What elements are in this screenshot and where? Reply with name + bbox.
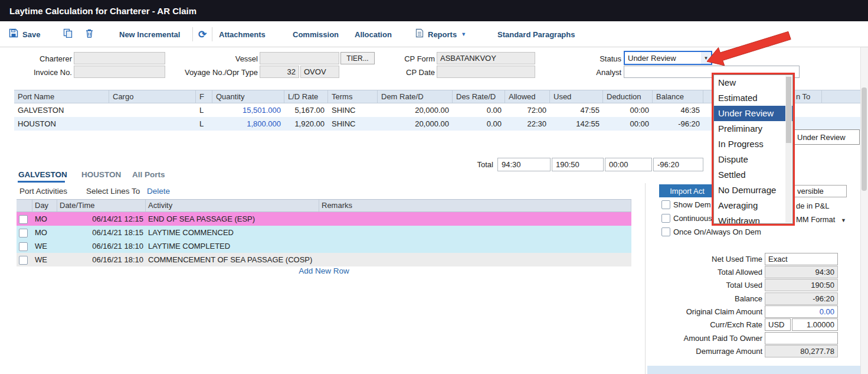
refresh-button[interactable]: ⟳ xyxy=(198,26,207,43)
col-header-quantity[interactable]: Quantity xyxy=(212,90,284,103)
activity-row[interactable]: MO 06/14/21 12:15 END OF SEA PASSAGE (ES… xyxy=(17,212,631,226)
status-label: Status xyxy=(581,54,621,63)
copy-button[interactable] xyxy=(63,26,73,43)
delete-lines-button[interactable]: Delete xyxy=(147,187,170,196)
col-header-day[interactable]: Day xyxy=(32,200,57,212)
activity-row[interactable]: WE 06/16/21 18:10 COMMENCEMENT OF SEA PA… xyxy=(17,253,631,266)
col-header-cargo[interactable]: Cargo xyxy=(109,90,196,103)
activity-row[interactable]: WE 06/16/21 18:10 LAYTIME COMPLETED xyxy=(17,239,631,253)
vessel-input[interactable] xyxy=(260,52,339,64)
annotation-arrow-icon xyxy=(707,31,794,67)
hhmm-format-label-partial[interactable]: MM Format ▼ xyxy=(796,215,846,224)
status-combobox[interactable]: Under Review ▼ xyxy=(624,51,712,65)
col-header-activity[interactable]: Activity xyxy=(146,200,319,212)
charterer-input[interactable] xyxy=(74,52,165,64)
col-header-deduction[interactable]: Deduction xyxy=(603,90,653,103)
once-on-label: Once On/Always On Dem xyxy=(673,227,761,236)
cell-quantity-link[interactable]: 15,501.000 xyxy=(212,106,284,115)
status-caret-icon[interactable]: ▼ xyxy=(701,52,711,64)
dropdown-option-withdrawn[interactable]: Withdrawn xyxy=(714,213,792,224)
standard-paragraphs-button[interactable]: Standard Paragraphs xyxy=(497,26,575,43)
row-checkbox[interactable] xyxy=(19,256,28,265)
cell-used: 47:55 xyxy=(550,106,603,115)
continuous-checkbox[interactable] xyxy=(661,214,670,223)
save-button[interactable]: Save xyxy=(9,26,40,43)
copy-icon xyxy=(63,28,73,40)
select-lines-to-button[interactable]: Select Lines To xyxy=(86,187,140,196)
save-icon xyxy=(9,28,18,40)
add-new-row-link[interactable]: Add New Row xyxy=(17,266,631,275)
cell-quantity-link[interactable]: 1,800.000 xyxy=(212,119,284,128)
dropdown-option-no-demurrage[interactable]: No Demurrage xyxy=(714,183,792,198)
dropdown-option-settled[interactable]: Settled xyxy=(714,167,792,183)
attachments-label: Attachments xyxy=(219,30,266,39)
col-header-f[interactable]: F xyxy=(196,90,212,103)
exchange-rate-field[interactable]: 1.00000 xyxy=(792,318,838,331)
charterer-label: Charterer xyxy=(12,54,72,63)
activity-row[interactable]: MO 06/14/21 18:15 LAYTIME COMMENCED xyxy=(17,226,631,239)
cp-form-label: CP Form xyxy=(378,54,435,63)
cell-activity: LAYTIME COMPLETED xyxy=(146,242,319,251)
once-on-checkbox[interactable] xyxy=(661,227,670,236)
tier-button[interactable]: TIER... xyxy=(340,52,375,64)
invoice-no-input[interactable] xyxy=(74,66,165,78)
dropdown-option-estimated[interactable]: Estimated xyxy=(714,90,792,106)
show-dem-checkbox[interactable] xyxy=(661,200,670,209)
delete-button[interactable] xyxy=(85,26,94,43)
opr-type-input[interactable]: OVOV xyxy=(300,66,339,78)
row-checkbox[interactable] xyxy=(19,229,28,238)
col-header-datetime[interactable]: Date/Time xyxy=(57,200,146,212)
cp-date-input[interactable] xyxy=(437,66,535,78)
reversible-field-partial[interactable]: versible xyxy=(794,185,847,197)
col-header-balance[interactable]: Balance xyxy=(653,90,703,103)
dropdown-option-new[interactable]: New xyxy=(714,75,792,90)
dropdown-scrollbar-track[interactable] xyxy=(785,76,792,223)
cell-dem-rate: 20,000.00 xyxy=(378,106,453,115)
col-header-port-name[interactable]: Port Name xyxy=(14,90,109,103)
attachments-button[interactable]: Attachments xyxy=(219,26,266,43)
cell-terms: SHINC xyxy=(328,119,378,128)
vertical-scrollbar-thumb[interactable] xyxy=(862,87,867,191)
new-incremental-label: New Incremental xyxy=(119,30,180,39)
show-dem-checkbox-row: Show Dem xyxy=(661,200,711,209)
hhmm-caret-icon[interactable]: ▼ xyxy=(841,217,846,223)
dropdown-option-in-progress[interactable]: In Progress xyxy=(714,136,792,152)
import-activities-button[interactable]: Import Act xyxy=(659,184,715,197)
total-label: Total xyxy=(454,160,493,169)
currency-field[interactable]: USD xyxy=(765,318,791,331)
voyage-no-input[interactable]: 32 xyxy=(260,66,299,78)
commission-button[interactable]: Commission xyxy=(293,26,339,43)
tab-houston[interactable]: HOUSTON xyxy=(81,170,121,179)
original-claim-field[interactable]: 0.00 xyxy=(765,305,838,318)
row-checkbox[interactable] xyxy=(19,215,28,224)
dropdown-option-preliminary[interactable]: Preliminary xyxy=(714,121,792,136)
col-header-dem-rate[interactable]: Dem Rate/D xyxy=(378,90,453,103)
total-used-field: 190:50 xyxy=(765,279,838,291)
allocation-button[interactable]: Allocation xyxy=(355,26,392,43)
cell-allowed: 22:30 xyxy=(505,119,550,128)
dropdown-option-under-review[interactable]: Under Review xyxy=(714,106,792,121)
dropdown-option-averaging[interactable]: Averaging xyxy=(714,198,792,213)
col-header-allowed[interactable]: Allowed xyxy=(505,90,550,103)
laytime-window: Laytime Calculation for Charterer - AR C… xyxy=(0,0,868,374)
total-allowed-cell: 94:30 xyxy=(497,158,551,171)
col-header-des-rate[interactable]: Des Rate/D xyxy=(453,90,505,103)
dropdown-option-dispute[interactable]: Dispute xyxy=(714,152,792,167)
new-incremental-button[interactable]: New Incremental xyxy=(119,26,180,43)
col-header-terms[interactable]: Terms xyxy=(328,90,378,103)
col-header-used[interactable]: Used xyxy=(550,90,603,103)
include-pl-label-partial[interactable]: de in P&L xyxy=(796,201,829,210)
dropdown-scrollbar-thumb[interactable] xyxy=(786,77,791,143)
cell-activity: COMMENCEMENT OF SEA PASSAGE (COSP) xyxy=(146,255,319,264)
tab-all-ports[interactable]: All Ports xyxy=(132,170,165,179)
col-header-remarks[interactable]: Remarks xyxy=(319,200,631,212)
amount-paid-field[interactable] xyxy=(765,332,838,344)
reports-label: Reports xyxy=(428,30,457,39)
port-status-cell[interactable]: Under Review xyxy=(794,129,860,145)
cp-form-input[interactable]: ASBATANKVOY xyxy=(437,52,535,64)
row-checkbox[interactable] xyxy=(19,242,28,251)
net-used-time-field[interactable]: Exact xyxy=(765,253,838,265)
col-header-ld-rate[interactable]: L/D Rate xyxy=(284,90,328,103)
reports-button[interactable]: Reports ▼ xyxy=(415,26,466,43)
tab-galveston[interactable]: GALVESTON xyxy=(18,170,67,179)
